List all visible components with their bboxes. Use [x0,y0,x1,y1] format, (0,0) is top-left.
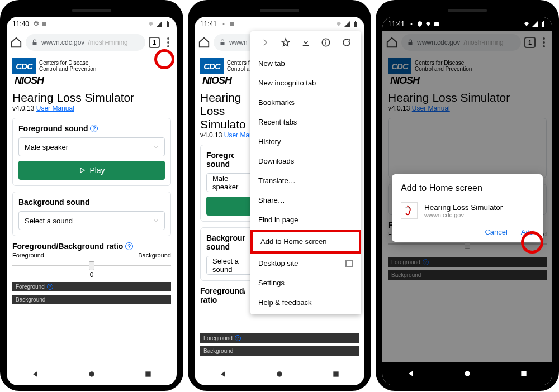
menu-downloads[interactable]: Downloads [250,151,361,171]
wifi-icon [523,21,530,27]
home-icon[interactable] [198,36,210,49]
svg-rect-2 [167,21,168,22]
dialog-app-row: Hearing Loss Simulator wwwn.cdc.gov [401,202,534,219]
dialog-app-name: Hearing Loss Simulator [424,203,503,212]
recent-nav-icon[interactable] [519,369,528,378]
signal-icon [344,21,350,27]
cdc-brand: CDC Centers for Disease Control and Prev… [12,58,171,74]
svg-rect-0 [42,22,46,26]
home-icon[interactable] [10,36,22,49]
cdc-logo: CDC [12,58,36,74]
speaker-grille [260,9,299,12]
menu-add-home-screen[interactable]: Add to Home screen [250,230,361,254]
url-host: wwwn [229,39,248,46]
wifi-icon [425,21,432,27]
nav-bar [195,362,364,385]
menu-help[interactable]: Help & feedback [250,293,361,312]
play-button[interactable]: Play [18,161,165,180]
battery-icon [164,21,171,27]
help-icon[interactable]: ? [47,284,53,290]
phone-frame-3: 11:41 wwwn.cdc.gov/niosh-mining 1 [376,0,559,391]
fg-title: Foreground sound? [18,124,165,133]
page-title: Hearing Loss Simulator [12,91,171,104]
ratio-slider[interactable] [12,260,171,271]
home-nav-icon[interactable] [275,370,284,379]
gear-icon [220,21,227,27]
tabs-button[interactable]: 1 [149,37,160,48]
svg-point-3 [89,371,94,376]
add-home-dialog: Add to Home screen Hearing Loss Simulato… [392,174,543,242]
url-host: wwwn.cdc.gov [41,39,84,46]
svg-point-18 [465,371,470,376]
svg-point-5 [223,23,225,25]
speaker-grille [448,9,487,12]
menu-desktop-site[interactable]: Desktop site [250,254,361,273]
svg-rect-4 [146,371,151,376]
menu-translate[interactable]: Translate… [250,171,361,190]
niosh-logo: NIOSH [15,75,171,87]
background-card: Background sound Select a sound [12,192,171,236]
menu-share[interactable]: Share… [250,190,361,210]
refresh-icon[interactable] [342,37,352,47]
speaker-grille [72,9,111,12]
chevron-down-icon [153,144,159,150]
clock: 11:41 [200,20,217,28]
download-icon[interactable] [301,37,311,47]
home-nav-icon[interactable] [463,369,472,378]
url-path: /niosh-mining [88,39,127,46]
svg-point-14 [411,23,413,25]
signal-icon [532,21,538,27]
user-manual-link[interactable]: User Manual [36,104,74,112]
svg-rect-17 [543,21,544,22]
back-icon[interactable] [219,370,228,379]
info-icon[interactable] [321,37,331,47]
recent-nav-icon[interactable] [331,370,340,379]
menu-top-row [250,31,361,54]
browser-toolbar: wwwn.cdc.gov/niosh-mining 1 [7,31,177,54]
svg-rect-1 [167,22,169,27]
gear-icon [408,21,415,27]
svg-rect-13 [334,371,339,376]
nav-bar [7,362,177,385]
card-icon [41,21,48,27]
status-bar: 11:40 [7,17,177,31]
menu-find-in-page[interactable]: Find in page [250,210,361,230]
play-button[interactable] [206,197,252,216]
lock-icon [219,39,226,46]
menu-recent-tabs[interactable]: Recent tabs [250,112,361,132]
menu-history[interactable]: History [250,132,361,151]
url-field[interactable]: wwwn.cdc.gov/niosh-mining [26,34,145,51]
cdc-text: Centers for Disease Control and Preventi… [39,60,96,72]
app-icon [401,202,418,219]
recent-nav-icon[interactable] [144,370,153,379]
star-icon[interactable] [281,37,291,47]
help-icon[interactable]: ? [90,125,98,132]
back-icon[interactable] [406,369,415,378]
ratio-title: Foreground/Background ratio? [12,242,171,251]
menu-new-tab[interactable]: New tab [250,54,361,73]
menu-settings[interactable]: Settings [250,273,361,293]
menu-bookmarks[interactable]: Bookmarks [250,93,361,112]
help-icon[interactable]: ? [125,242,133,250]
ratio-labels: ForegroundBackground [12,252,171,259]
home-nav-icon[interactable] [87,370,96,379]
bg-legend: Background [12,295,171,304]
overflow-menu-button[interactable] [163,37,173,47]
gear-icon [32,21,39,27]
highlight-circle-add [521,231,543,254]
fg-select[interactable]: Male speaker [18,137,165,156]
dialog-actions: Cancel Add [401,228,534,236]
phone-frame-2: 11:41 wwwn CDC Centers for DiseaseCont [188,0,371,391]
page-content: CDC Centers for Disease Control and Prev… [7,54,177,362]
back-icon[interactable] [31,370,40,379]
menu-incognito[interactable]: New incognito tab [250,73,361,93]
status-icons-left [220,21,235,27]
status-icons-right [523,21,547,27]
cancel-button[interactable]: Cancel [485,228,507,236]
forward-icon[interactable] [260,37,270,47]
checkbox-icon[interactable] [345,260,353,267]
bg-select[interactable]: Select a sound [18,211,165,230]
status-bar: 11:41 [195,17,364,31]
wifi-icon [335,21,342,27]
screen-2: 11:41 wwwn CDC Centers for DiseaseCont [195,17,364,385]
